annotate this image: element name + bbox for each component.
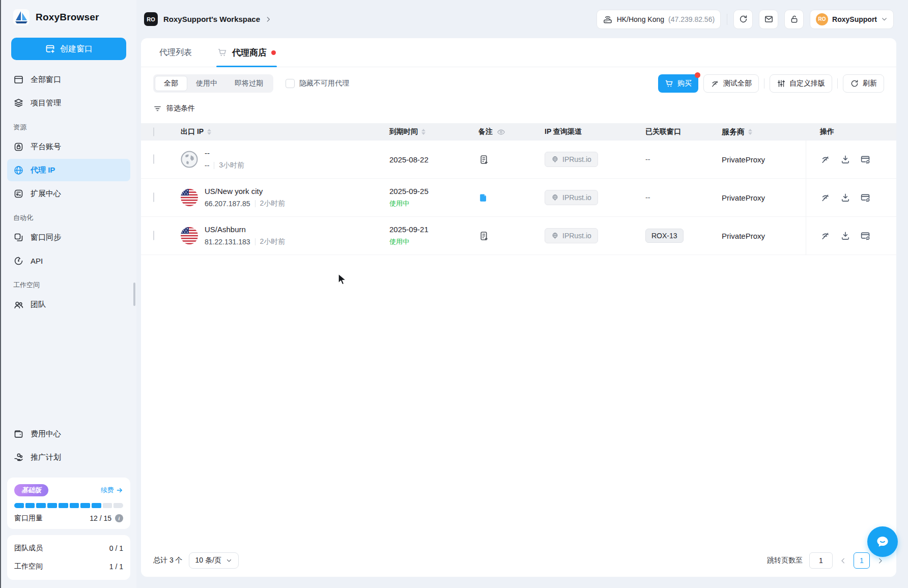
team-members-row: 团队成员 0 / 1 [14,539,123,557]
arrow-right-icon [116,487,123,494]
support-chat-button[interactable] [867,526,898,557]
speed-test-icon[interactable] [820,231,831,241]
sidebar-item-projects[interactable]: 项目管理 [7,92,130,114]
tabs: 代理列表 代理商店 [141,38,896,67]
renew-link[interactable]: 续费 [101,486,123,495]
jump-page-input[interactable] [809,552,833,569]
sidebar-item-extensions[interactable]: 扩展中心 [7,182,130,205]
eye-icon[interactable] [497,128,505,136]
row-checkbox[interactable] [153,231,154,240]
linked-window-tag[interactable]: ROX-13 [645,229,684,243]
tab-proxy-store[interactable]: 代理商店 [217,38,276,67]
info-icon[interactable]: i [115,514,123,522]
test-all-button[interactable]: 测试全部 [703,74,759,93]
globe-icon [551,156,559,163]
hide-unavailable-checkbox[interactable] [286,79,295,88]
logo-row: RoxyBrowser [1,0,136,33]
filter-toolbar: 全部 使用中 即将过期 隐藏不可用代理 购买 测试全部 自定义排版 [153,74,884,93]
buy-button[interactable]: 购买 [658,74,698,93]
download-icon[interactable] [840,192,850,203]
filter-conditions[interactable]: 筛选条件 [153,104,884,113]
status-segmented-control: 全部 使用中 即将过期 [153,74,273,93]
next-page-icon[interactable] [876,557,884,565]
sliders-icon [777,79,786,88]
ip-query-label: IPRust.io [562,232,591,240]
add-note-icon[interactable] [478,231,545,241]
ip-query-button[interactable]: IPRust.io [545,190,598,205]
sort-provider[interactable] [748,129,752,135]
row-checked-time: 2小时前 [260,237,286,246]
speed-test-icon[interactable] [820,192,831,203]
buy-label: 购买 [677,79,692,88]
team-icon [13,299,24,310]
buy-notification-dot [695,72,700,78]
sidebar-item-proxy-ip[interactable]: 代理 IP [7,159,130,181]
ip-query-button[interactable]: IPRust.io [545,228,598,243]
custom-layout-button[interactable]: 自定义排版 [770,74,832,93]
sync-button[interactable] [733,10,753,29]
add-note-icon[interactable] [478,154,545,165]
note-document-icon[interactable] [478,193,545,203]
sidebar-item-label: 全部窗口 [31,75,61,85]
window-refresh-icon[interactable] [860,192,871,203]
sidebar-item-promo[interactable]: 推广计划 [7,446,130,468]
lock-button[interactable] [784,10,804,29]
row-checkbox[interactable] [153,154,154,164]
ip-query-button[interactable]: IPRust.io [545,152,598,167]
sidebar-item-billing[interactable]: 费用中心 [7,423,130,445]
row-expire-date: 2025-09-21 [389,225,478,234]
row-location: US/New york city [205,187,285,195]
download-icon[interactable] [840,231,850,241]
current-page-button[interactable]: 1 [854,552,870,569]
network-chip[interactable]: HK/Hong Kong (47.239.82.56) [597,10,721,29]
sidebar-item-all-windows[interactable]: 全部窗口 [7,68,130,91]
segment-expiring[interactable]: 即将过期 [226,76,272,91]
col-export-ip: 出口 IP [181,127,204,136]
sidebar-item-label: 平台账号 [31,142,61,152]
sidebar-item-label: 团队 [31,300,46,310]
row-ip: -- [205,161,209,170]
app-name: RoxyBrowser [36,12,99,23]
sidebar-item-api[interactable]: API [7,249,130,272]
chevron-down-icon [881,16,888,22]
cart-icon [217,47,228,58]
sidebar-item-team[interactable]: 团队 [7,293,130,316]
sort-expire[interactable] [421,129,425,135]
row-checkbox[interactable] [153,192,154,202]
window-refresh-icon[interactable] [860,231,871,241]
row-checked-time: 3小时前 [219,161,244,170]
download-icon[interactable] [840,154,850,164]
chevron-right-icon[interactable] [265,16,272,23]
sidebar-scrollbar[interactable] [133,283,135,306]
user-avatar: RO [816,13,828,25]
segment-in-use[interactable]: 使用中 [187,76,226,91]
prev-page-icon[interactable] [839,557,847,565]
mail-button[interactable] [759,10,778,29]
sort-export-ip[interactable] [207,129,211,135]
ip-query-label: IPRust.io [562,155,591,163]
globe-flag-icon [181,151,198,168]
pagination-bar: 总计 3 个 10 条/页 跳转页数至 1 [153,550,884,571]
tab-proxy-list[interactable]: 代理列表 [159,47,192,58]
page-size-select[interactable]: 10 条/页 [189,552,239,569]
create-window-button[interactable]: 创建窗口 [11,38,126,60]
workspace-count-label: 工作空间 [14,562,43,571]
speed-test-icon[interactable] [820,154,831,164]
segment-all[interactable]: 全部 [155,76,187,91]
window-refresh-icon[interactable] [860,154,871,165]
workspace-title[interactable]: RoxySupport's Workspace [163,15,260,23]
table-row: -- -- 3小时前 2025-08-22 IPRust.io -- Priva… [141,141,896,179]
refresh-button[interactable]: 刷新 [843,74,884,93]
wallet-icon [13,429,24,439]
sidebar-item-platform-accounts[interactable]: 平台账号 [7,135,130,158]
select-all-checkbox[interactable] [153,127,154,136]
hide-unavailable-toggle[interactable]: 隐藏不可用代理 [286,79,349,88]
sidebar-item-window-sync[interactable]: 窗口同步 [7,226,130,248]
user-menu[interactable]: RO RoxySupport [810,10,894,29]
provider: PrivateProxy [722,232,765,240]
col-note: 备注 [478,127,493,136]
row-expire-date: 2025-09-25 [389,187,478,195]
extension-icon [13,188,24,199]
workspace-count-value: 1 / 1 [109,563,123,571]
notification-dot [271,50,276,55]
